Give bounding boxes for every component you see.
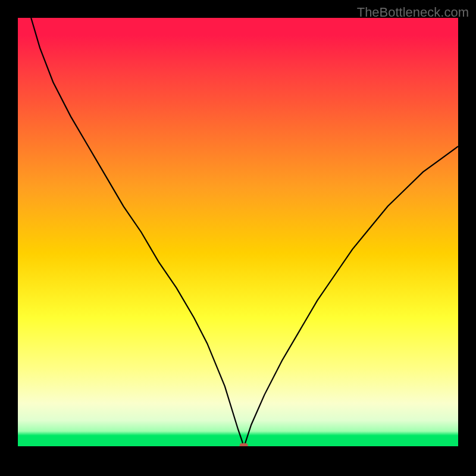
optimum-marker bbox=[240, 443, 248, 446]
watermark-text: TheBottleneck.com bbox=[357, 5, 469, 20]
curve-svg bbox=[18, 18, 458, 446]
plot-area bbox=[18, 18, 458, 446]
bottleneck-curve bbox=[31, 18, 458, 446]
chart-container: TheBottleneck.com bbox=[0, 0, 476, 476]
